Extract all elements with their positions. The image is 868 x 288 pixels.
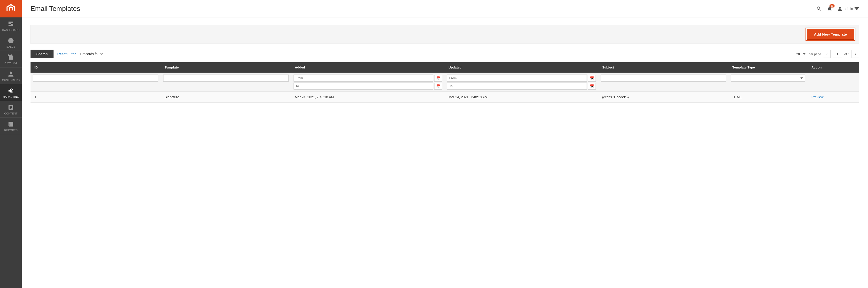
filter-type-cell: HTML Text	[728, 73, 807, 92]
filter-action-cell	[807, 73, 859, 92]
per-page-select[interactable]: 20 50 100	[794, 51, 807, 57]
page-title: Email Templates	[31, 5, 80, 12]
sidebar-item-label: Marketing	[3, 95, 19, 98]
updated-to-calendar-icon[interactable]: 📅	[588, 83, 596, 90]
sidebar-logo	[0, 0, 22, 18]
cell-updated: Mar 24, 2021, 7:48:18 AM	[445, 92, 598, 103]
table-filter-row: 📅 📅 📅	[31, 73, 859, 92]
sidebar-item-marketing[interactable]: Marketing	[0, 84, 22, 101]
cell-template-type: HTML	[728, 92, 807, 103]
reports-icon	[8, 121, 14, 127]
added-to-calendar-icon[interactable]: 📅	[434, 83, 442, 90]
filter-added-from-input[interactable]	[293, 74, 433, 82]
sales-icon	[8, 37, 14, 44]
added-from-calendar-icon[interactable]: 📅	[434, 75, 442, 82]
notification-count: 11	[830, 4, 835, 7]
magento-logo-icon	[6, 3, 16, 14]
filter-updated-cell: 📅 📅	[445, 73, 598, 92]
preview-link[interactable]: Preview	[811, 95, 824, 99]
col-subject: Subject	[598, 62, 728, 73]
topbar: Email Templates 11 admin	[22, 0, 868, 18]
sidebar-item-catalog[interactable]: Catalog	[0, 51, 22, 67]
filter-added-to-input[interactable]	[293, 83, 433, 90]
sidebar: Dashboard Sales Catalog Customers Market…	[0, 0, 22, 288]
page-of-label: of 1	[844, 52, 849, 56]
filter-updated-from-input[interactable]	[447, 74, 587, 82]
add-new-template-button[interactable]: Add New Template	[807, 29, 854, 40]
cell-added: Mar 24, 2021, 7:48:18 AM	[291, 92, 445, 103]
filter-row: Search Reset Filter 1 records found 20 5…	[31, 50, 859, 58]
sidebar-item-label: Reports	[4, 129, 18, 132]
filter-template-cell	[161, 73, 291, 92]
toolbar-row: Add New Template	[31, 25, 859, 44]
sidebar-item-reports[interactable]: Reports	[0, 118, 22, 134]
sidebar-item-label: Sales	[6, 45, 16, 48]
filter-subject-input[interactable]	[600, 74, 726, 82]
per-page-selector: 20 50 100 per page	[794, 51, 821, 57]
cell-id: 1	[31, 92, 161, 103]
reset-filter-button[interactable]: Reset Filter	[57, 52, 76, 56]
content-icon	[8, 104, 14, 110]
page-number-input[interactable]	[833, 50, 842, 58]
sidebar-item-sales[interactable]: Sales	[0, 34, 22, 51]
col-id: ID	[31, 62, 161, 73]
updated-from-calendar-icon[interactable]: 📅	[588, 75, 596, 82]
search-button[interactable]	[816, 6, 822, 11]
table-row: 1 Signature Mar 24, 2021, 7:48:18 AM Mar…	[31, 92, 859, 103]
topbar-actions: 11 admin	[816, 6, 859, 11]
main-content: Email Templates 11 admin Add New Templat…	[22, 0, 868, 288]
filter-updated-to-input[interactable]	[447, 83, 587, 90]
catalog-icon	[8, 54, 14, 61]
sidebar-item-label: Catalog	[4, 62, 17, 65]
col-updated: Updated	[445, 62, 598, 73]
cell-subject: {{trans "Header"}}	[598, 92, 728, 103]
sidebar-item-customers[interactable]: Customers	[0, 67, 22, 84]
sidebar-item-label: Dashboard	[2, 29, 20, 31]
dashboard-icon	[8, 21, 14, 27]
customers-icon	[8, 71, 14, 77]
per-page-label: per page	[809, 52, 821, 56]
notifications-button[interactable]: 11	[827, 6, 833, 11]
filter-template-input[interactable]	[163, 74, 289, 82]
sidebar-item-dashboard[interactable]: Dashboard	[0, 18, 22, 34]
sidebar-item-label: Content	[4, 112, 18, 115]
email-templates-table: ID Template Added Updated Subject Templa…	[31, 62, 859, 103]
user-menu[interactable]: admin	[837, 6, 859, 11]
col-added: Added	[291, 62, 445, 73]
cell-action: Preview	[807, 92, 859, 103]
sidebar-item-label: Customers	[2, 79, 20, 82]
content-area: Add New Template Search Reset Filter 1 r…	[22, 18, 868, 288]
col-template: Template	[161, 62, 291, 73]
records-found: 1 records found	[80, 52, 790, 56]
marketing-icon	[8, 88, 14, 94]
chevron-down-icon	[855, 6, 859, 11]
user-icon	[837, 6, 842, 11]
prev-page-button[interactable]: ‹	[823, 50, 831, 58]
table-header-row: ID Template Added Updated Subject Templa…	[31, 62, 859, 73]
filter-subject-cell	[598, 73, 728, 92]
pagination-controls: 20 50 100 per page ‹ of 1 ›	[794, 50, 859, 58]
col-template-type: Template Type	[728, 62, 807, 73]
search-icon	[816, 6, 822, 11]
cell-template: Signature	[161, 92, 291, 103]
sidebar-item-content[interactable]: Content	[0, 101, 22, 118]
filter-type-select[interactable]: HTML Text	[731, 74, 805, 82]
next-page-button[interactable]: ›	[851, 50, 859, 58]
search-button-filter[interactable]: Search	[31, 50, 54, 58]
filter-id-input[interactable]	[33, 74, 158, 82]
filter-added-cell: 📅 📅	[291, 73, 445, 92]
col-action: Action	[807, 62, 859, 73]
user-name: admin	[844, 7, 853, 11]
filter-id-cell	[31, 73, 161, 92]
